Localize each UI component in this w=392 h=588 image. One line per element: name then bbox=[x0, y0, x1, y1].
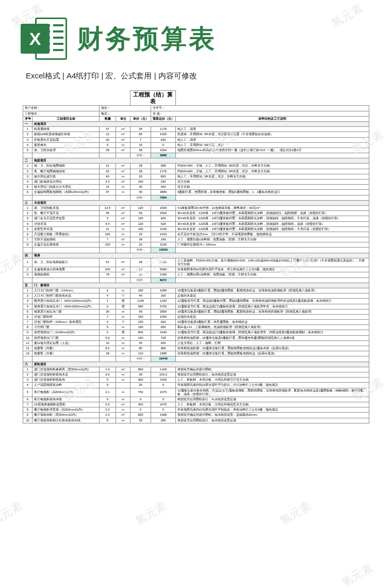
meta-row-2: 工程地址： 电话： 传 真： bbox=[23, 111, 369, 116]
table-row: 9餐厅墙装饰柜（宽350mm以内）2.4m²8201968依据双方确定的设计图纸… bbox=[23, 413, 369, 418]
section-header: 五门、窗项目 bbox=[23, 283, 369, 288]
table-row: 13包窗套（外窗）18m1101980珍珠棉光油防潮，18厘夹芯板打底，面贴饰面… bbox=[23, 351, 369, 356]
table-row: 1进门过道做鞋柜兼屏风（宽350mm以内）1.4m²8501190依据双方确定的… bbox=[23, 367, 369, 372]
subtotal-row: 小计：3889 bbox=[23, 153, 369, 158]
col-name: 工程项目名称 bbox=[32, 116, 100, 121]
table-row: 8卫生间门套5m130650刷白色×12，上玻璃钢光，光油防潮处理（防潮见第八项… bbox=[23, 325, 369, 330]
table-row: 2进门过道做鞋柜装饰木花3.9m28109.2依据双方认同图纸执行，实木线拼造型… bbox=[23, 372, 369, 377]
table-row: 4过道吊顶4.4m²12052830×40木龙骨，1225厚，14打3厘夹板封面… bbox=[23, 221, 369, 226]
watermark: 氢元素 bbox=[0, 251, 25, 281]
subtotal-row: 小计：8672 bbox=[23, 277, 369, 283]
table-row: 2新砌12#轻质砖墙或红砖墙12m²851020轻质砖，手用牌32. 5R水泥，… bbox=[23, 132, 369, 137]
col-unit: 单位 bbox=[116, 116, 130, 121]
watermark: 氢元素 bbox=[339, 560, 376, 588]
watermark: 氢元素 bbox=[133, 498, 170, 529]
table-row: 4单身原穴实实芯木门（900×2000mm以内）6樘950570012厘板双方打… bbox=[23, 304, 369, 309]
table-row: 4窗星修补0m150纯人工，手用牌32. 5R水泥，河沙 bbox=[23, 142, 369, 148]
table-row: 719层墙身储物柜造型柜5.5m²4502475人工，柜板材，木作沙板，大理石和… bbox=[23, 402, 369, 407]
table-row: 6过道门套制作7m1501050定做的木器花 bbox=[23, 314, 369, 319]
sheet-title-row: 工程预（结）算表 bbox=[23, 91, 369, 106]
table-row: 8餐厅电视柜背景墙（高500mm以内）0.2m00环保墙胶高漆内白乳胶水泥纤子制… bbox=[23, 407, 369, 413]
table-row: 10厨房墙推拉门门套5.6m130728珍珠棉光油防潮，18厘夹芯板及9厘板打底… bbox=[23, 335, 369, 340]
table-row: 1厨、卫、阳台地面铺砖21m²28588约300×300，正铺，人工，手用牌32… bbox=[23, 164, 369, 169]
table-row: 3进门过道做鞋柜线装饰5m3001500人工，柜板材，木作沙板，大理石和钢花艺业… bbox=[23, 378, 369, 383]
table-row: 10餐厅墙装饰柜独立柱装饰装饰木线8m35280依据双方认同图纸执行，实木线拼造… bbox=[23, 418, 369, 423]
table-row: 1厨、卫、阳台墙身贴瓷片51m²281428人工及辅料，约200×300正铺，瓷… bbox=[23, 258, 369, 267]
table-row: 6天花窗立拐板（甲面做光）105m232415在天花水平处说过1cm，另打3托平… bbox=[23, 232, 369, 237]
table-header-row: 序号 工程项目名称 数量 单位 单价（元） 预算总价（元） 材料结构及工艺说明 bbox=[23, 116, 369, 121]
table-row: 12包窗套（内窗）8.5m80680珍珠棉光油防潮，18厘夹芯板打底，面贴饰面板… bbox=[23, 346, 369, 351]
table-row: 6客厅电视柜装饰木线0m00依据双方认同图纸执行，实木线拼造型定做 bbox=[23, 397, 369, 402]
section-header: 四墙身 bbox=[23, 253, 369, 258]
watermark: 氢元素 bbox=[277, 498, 314, 529]
table-row: 1厨、卫铝扣板吊顶12.5m²12015000.6厚板厚面30×30方形，白色烤… bbox=[23, 205, 369, 210]
col-desc: 材料结构及工艺说明 bbox=[176, 116, 369, 121]
table-row: 9厨房墙推拉门（2100mm以内）2樘820164012厘板双方打底，两边贴边口… bbox=[23, 330, 369, 335]
table-row: 5铺大理石门扣及沙少大理石14m30420业主自购 bbox=[23, 185, 369, 190]
section-header: 三天花项目 bbox=[23, 200, 369, 205]
col-price: 单价（元） bbox=[130, 116, 151, 121]
watermark: 氢元素 bbox=[0, 498, 25, 529]
table-row: 2全屋墙身油立邦漆墙面220m²235060外保章胶漆内白乳胶水泥纤子批灰，再立… bbox=[23, 267, 369, 272]
table-row: 2入口大门制作门套装饰木花4个40160定做的木器花 bbox=[23, 293, 369, 299]
subtotal-row: 小计：7094 bbox=[23, 195, 369, 200]
excel-icon-letter: X bbox=[21, 24, 50, 54]
table-row: 3进门玄关天花艺术造型5m²12060030×40木龙骨，1225厚，14打3厘… bbox=[23, 216, 369, 221]
table-row: 5厨、卫防水处理28m²381064地面至墙面300mm扫高的永久性防水剂一遍（… bbox=[23, 148, 369, 153]
page-subtitle: Excel格式 | A4纸打印 | 宏、公式套用 | 内容可修改 bbox=[0, 67, 392, 90]
col-idx: 序号 bbox=[23, 116, 32, 121]
subtotal-row: 小计：19440 bbox=[23, 356, 369, 362]
table-row: 8全屋天花石膏角线155m203100广州穗华石膏线70～100mm bbox=[23, 242, 369, 248]
table-row: 2客、餐厅地面铺抛光砖42m²281176约600×600，正铺，人工，手用牌3… bbox=[23, 169, 369, 174]
table-row: 11窗白铺大理石台面（人造）10m45450人造大理石，人工，辅料，打胶 bbox=[23, 340, 369, 346]
table-row: 5做单原穴实芯木门套30m95285018厘夹芯板及9厘板打底，面贴3厘饰面板，… bbox=[23, 309, 369, 314]
table-row: 4进门处铺拼花大理石2.3m²100230业主自购 bbox=[23, 179, 369, 185]
table-row: 2客、餐厅平顶天花45m²56252030×40木龙骨，1225厚，14打3厘夹… bbox=[23, 211, 369, 216]
spreadsheet-preview: 工程预（结）算表 客户名称： 地址： 文件号： 工程地址： 电话： 传 真： 序… bbox=[23, 90, 369, 423]
section-header: 一改造项目 bbox=[23, 121, 369, 126]
meta-row-1: 客户名称： 地址： 文件号： bbox=[23, 106, 369, 111]
table-row: 1入口大门制作门套（150mm）6m180108018厘夹芯板及9厘板打底，面贴… bbox=[23, 288, 369, 293]
table-row: 3铺大理石波打线40m20800纯人工，手用牌32. 5R水泥，河沙，水料业主自… bbox=[23, 174, 369, 179]
table-row: 4入户花园墙喷瓷涂料0350环保墙胶高漆内乳白胶水泥纤子制批灰，再瓷涂料打上公分… bbox=[23, 383, 369, 388]
page-header: X 财务预算表 bbox=[0, 0, 392, 67]
subtotal-row: 小计：12959 bbox=[23, 248, 369, 253]
excel-icon: X bbox=[21, 15, 67, 62]
table-row: 5条型艺术吊顶21m100210030×40木龙骨，1225厚，14打3厘夹板封… bbox=[23, 226, 369, 232]
table-row: 7主卧天花贴墙纸7m²28196人工，墙面自裁x涂料刷，光面油板，防潮，主材业主… bbox=[23, 237, 369, 242]
table-row: 3铲除原有天花批荡90m²7630纯人工，清理 bbox=[23, 137, 369, 142]
table-row: 1拆普通砖墙47m²251175纯人工，清理 bbox=[23, 127, 369, 132]
section-header: 二地面项目 bbox=[23, 158, 369, 164]
budget-table: 工程预（结）算表 客户名称： 地址： 文件号： 工程地址： 电话： 传 真： 序… bbox=[23, 90, 369, 423]
table-row: 5客厅电视柜（高500mm以内）2.1m750157512厘板仕家白板有饰线，两… bbox=[23, 388, 369, 397]
col-qty: 数量 bbox=[100, 116, 116, 121]
table-row: 6全屋贴饰面板地脚线（木脚120mm以内）97m4038809厘板打底，光面防潮… bbox=[23, 190, 369, 195]
table-row: 7过道门套制作（150mm）装饰底托4个15060018厘夹芯板及9厘板打底，饰… bbox=[23, 320, 369, 325]
page-title: 财务预算表 bbox=[77, 22, 217, 56]
col-total: 预算总价（元） bbox=[151, 116, 176, 121]
table-row: 3睡房原穴实实芯木门（900×2200mm以内）1樘1150115012厘板双方… bbox=[23, 299, 369, 304]
table-row: 3墙身贴墙纸78m²282184人工，墙面白胶x涂料刷，光面油板，防潮，主材业主… bbox=[23, 272, 369, 277]
section-header: 六家私项目 bbox=[23, 362, 369, 367]
